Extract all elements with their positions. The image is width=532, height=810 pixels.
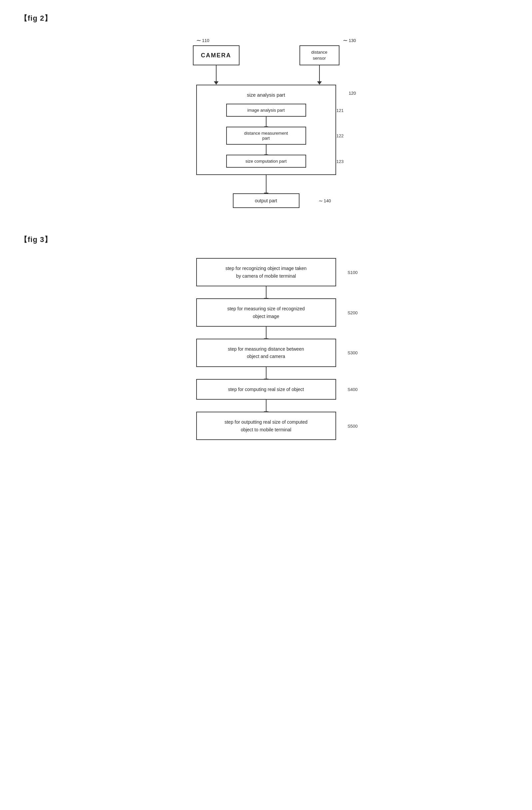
size-computation-box: size computation part — [226, 155, 306, 168]
step-s400: step for computing real size of object — [196, 379, 336, 400]
distance-measurement-box: distance measurement part — [226, 127, 306, 145]
camera-box: CAMERA — [193, 45, 239, 65]
image-analysis-ref: 121 — [336, 108, 344, 113]
sensor-ref-tilde: ∼ — [343, 37, 348, 44]
fig2-diagram: ∼ 110 CAMERA ∼ 130 distance sensor size … — [20, 37, 512, 208]
inner-arrow-2 — [266, 145, 266, 155]
step-s100-ref: S100 — [347, 270, 358, 275]
fig2-title: 【fig 2】 — [20, 13, 512, 23]
sensor-arrow — [319, 65, 320, 82]
output-box: output part — [233, 193, 299, 208]
size-analysis-box: size analysis part image analysis part 1… — [196, 85, 336, 175]
inner-arrow-1 — [266, 117, 266, 127]
step-arrow-4 — [266, 400, 266, 412]
step-s500-ref: S500 — [347, 423, 358, 428]
step-s200: step for measuring size of recognized ob… — [196, 298, 336, 327]
fig3-title: 【fig 3】 — [20, 235, 512, 245]
fig3-diagram: step for recognizing object image taken … — [20, 258, 512, 440]
step-arrow-1 — [266, 286, 266, 298]
sensor-ref-label: 130 — [349, 38, 356, 43]
step-s300-ref: S300 — [347, 350, 358, 355]
camera-ref-label: 110 — [202, 38, 210, 43]
step-arrow-3 — [266, 367, 266, 379]
step-s400-ref: S400 — [347, 387, 358, 392]
size-analysis-label: size analysis part — [207, 92, 326, 98]
camera-arrow — [216, 65, 217, 82]
step-arrow-2 — [266, 327, 266, 339]
size-analysis-ref: 120 — [349, 91, 356, 96]
image-analysis-box: image analysis part — [226, 104, 306, 117]
step-s100: step for recognizing object image taken … — [196, 258, 336, 286]
step-s500: step for outputting real size of compute… — [196, 412, 336, 440]
distance-sensor-box: distance sensor — [299, 45, 339, 65]
distance-measurement-ref: 122 — [336, 133, 344, 138]
step-s200-ref: S200 — [347, 310, 358, 315]
output-ref-tilde: ∼ — [318, 198, 323, 204]
step-s300: step for measuring distance between obje… — [196, 339, 336, 367]
main-arrow-1 — [266, 175, 266, 193]
camera-ref-tilde: ∼ — [196, 37, 201, 44]
output-ref: 140 — [324, 198, 331, 203]
size-computation-ref: 123 — [336, 159, 344, 164]
